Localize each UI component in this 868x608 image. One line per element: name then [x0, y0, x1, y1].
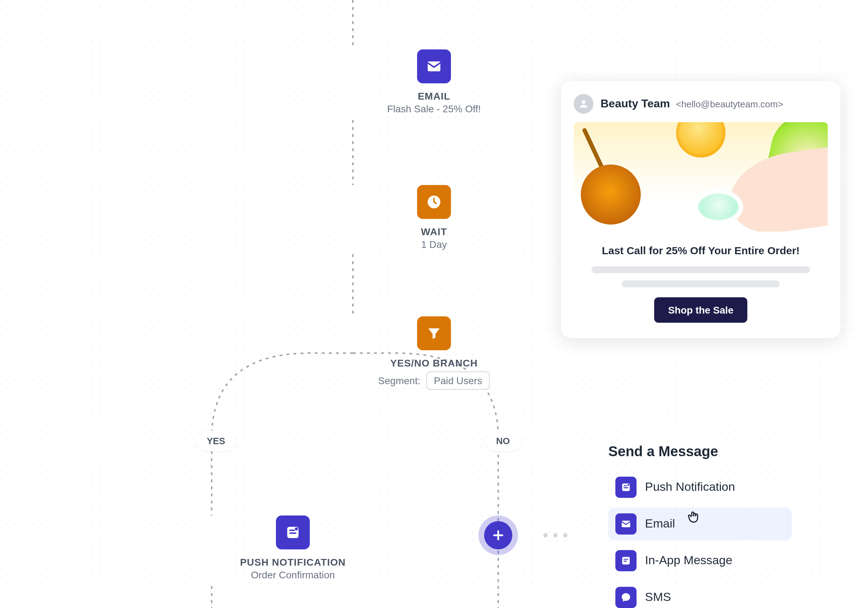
menu-item-label: In-App Message — [645, 554, 733, 568]
segment-value[interactable]: Paid Users — [426, 372, 490, 390]
svg-rect-16 — [623, 487, 628, 488]
email-from-name: Beauty Team — [601, 98, 670, 109]
ellipsis-icon — [543, 533, 567, 537]
email-icon — [417, 50, 451, 83]
svg-rect-9 — [289, 532, 296, 534]
avatar — [574, 94, 594, 114]
node-subtitle: Flash Sale - 25% Off! — [387, 103, 481, 114]
clock-icon — [417, 185, 451, 219]
svg-point-10 — [295, 527, 298, 531]
menu-item-push[interactable]: Push Notification — [608, 471, 792, 504]
email-cta-button[interactable]: Shop the Sale — [654, 297, 747, 323]
push-icon — [615, 477, 637, 498]
cursor-hand-icon — [686, 509, 701, 525]
email-hero-image — [574, 122, 828, 232]
email-icon — [615, 513, 637, 535]
menu-title: Send a Message — [608, 443, 792, 460]
svg-point-13 — [582, 100, 586, 104]
email-preview-card: Beauty Team <hello@beautyteam.com> Last … — [561, 81, 840, 338]
inapp-icon — [615, 550, 637, 571]
node-title: EMAIL — [418, 90, 450, 102]
menu-item-label: Email — [645, 517, 675, 531]
svg-rect-20 — [623, 559, 628, 560]
menu-item-label: Push Notification — [645, 480, 735, 494]
menu-item-sms[interactable]: SMS — [608, 581, 792, 608]
node-subtitle: 1 Day — [421, 239, 447, 250]
menu-item-label: SMS — [645, 590, 671, 605]
segment-label: Segment: — [378, 375, 421, 386]
branch-badge-no: NO — [485, 431, 521, 451]
node-title: WAIT — [421, 226, 447, 237]
menu-item-inapp[interactable]: In-App Message — [608, 544, 792, 577]
branch-badge-yes: YES — [196, 431, 236, 451]
send-message-menu: Send a Message Push NotificationEmailIn-… — [608, 443, 792, 608]
placeholder-line — [622, 280, 780, 288]
svg-rect-15 — [623, 485, 627, 487]
placeholder-line — [591, 266, 810, 273]
email-from-address: <hello@beautyteam.com> — [676, 99, 783, 109]
add-step-button[interactable] — [484, 521, 512, 549]
email-headline: Last Call for 25% Off Your Entire Order! — [574, 244, 828, 257]
sms-icon — [615, 587, 637, 608]
node-title: YES/NO BRANCH — [390, 357, 478, 369]
svg-rect-8 — [289, 530, 295, 531]
svg-point-17 — [627, 484, 629, 486]
svg-rect-21 — [623, 561, 627, 562]
node-title: PUSH NOTIFICATION — [240, 557, 346, 568]
funnel-icon — [417, 316, 451, 350]
node-subtitle: Order Confirmation — [251, 569, 335, 580]
push-icon — [276, 515, 310, 549]
